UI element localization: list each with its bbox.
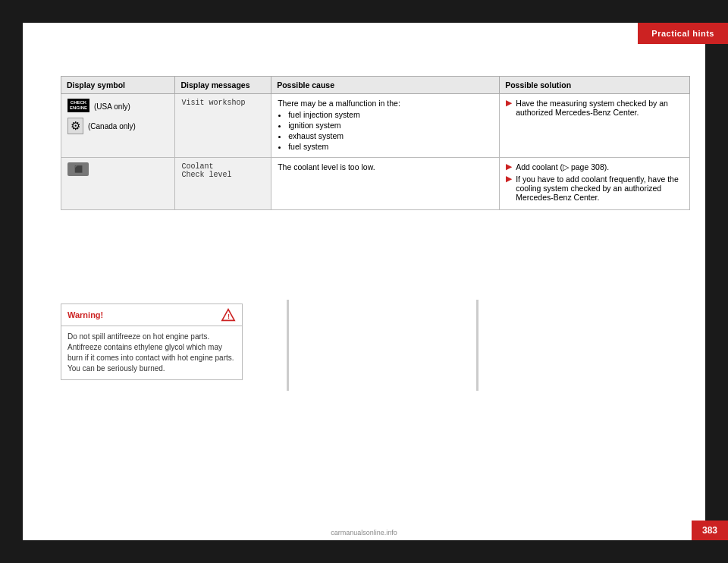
vertical-divider-2	[476, 300, 479, 391]
solution-text-2b: If you have to add coolant frequently, h…	[516, 175, 683, 202]
cause-intro-1: There may be a malfunction in the:	[278, 99, 400, 108]
check-engine-icon: CHECK ENGINE	[67, 99, 89, 112]
warning-body: Do not spill antifreeze on hot engine pa…	[61, 326, 242, 379]
col-header-display-symbol: Display symbol	[61, 77, 175, 94]
arrow-icon: ▶	[506, 162, 512, 171]
solution-point: ▶ Have the measuring system checked by a…	[506, 99, 683, 117]
list-item: fuel system	[288, 142, 493, 151]
solution-point-2a: ▶ Add coolant (▷ page 308).	[506, 162, 683, 171]
warning-triangle-icon: !	[221, 308, 236, 322]
svg-text:!: !	[228, 313, 230, 320]
cause-bullets-1: fuel injection system ignition system ex…	[278, 110, 493, 151]
symbol-cell-1: CHECK ENGINE (USA only) ⚙ (Canada only)	[61, 94, 175, 158]
table-row: ⬛ CoolantCheck level The coolant level i…	[61, 158, 690, 210]
solution-point-2b: ▶ If you have to add coolant frequently,…	[506, 175, 683, 202]
messages-cell-1: Visit workshop	[175, 94, 271, 158]
cause-intro-2: The coolant level is too low.	[278, 162, 375, 171]
content-area: Display symbol Display messages Possible…	[61, 76, 690, 210]
col-header-display-messages: Display messages	[175, 77, 271, 94]
arrow-icon: ▶	[506, 99, 512, 107]
usa-only-label: (USA only)	[94, 102, 130, 111]
cause-cell-2: The coolant level is too low.	[271, 158, 500, 210]
main-table: Display symbol Display messages Possible…	[61, 76, 690, 210]
col-header-possible-cause: Possible cause	[271, 77, 500, 94]
symbol-cell-2: ⬛	[61, 158, 175, 210]
solution-cell-1: ▶ Have the measuring system checked by a…	[500, 94, 690, 158]
cause-cell-1: There may be a malfunction in the: fuel …	[271, 94, 500, 158]
solution-text: Have the measuring system checked by an …	[516, 99, 683, 117]
warning-header: Warning! !	[61, 304, 242, 326]
solution-text-2a: Add coolant (▷ page 308).	[516, 162, 609, 171]
table-row: CHECK ENGINE (USA only) ⚙ (Canada only) …	[61, 94, 690, 158]
canada-only-label: (Canada only)	[88, 122, 136, 131]
practical-hints-tab: Practical hints	[638, 23, 728, 44]
footer-url: carmanualsonline.info	[331, 529, 397, 536]
messages-cell-2: CoolantCheck level	[175, 158, 271, 210]
solution-cell-2: ▶ Add coolant (▷ page 308). ▶ If you hav…	[500, 158, 690, 210]
practical-hints-label: Practical hints	[651, 29, 714, 38]
col-header-possible-solution: Possible solution	[500, 77, 690, 94]
arrow-icon: ▶	[506, 175, 512, 183]
engine-icon-2: ⚙	[67, 118, 83, 134]
list-item: ignition system	[288, 121, 493, 130]
warning-box: Warning! ! Do not spill antifreeze on ho…	[61, 304, 243, 380]
list-item: fuel injection system	[288, 110, 493, 119]
vertical-divider-1	[287, 300, 289, 391]
list-item: exhaust system	[288, 131, 493, 140]
warning-title: Warning!	[67, 310, 103, 319]
page-number: 383	[692, 521, 728, 540]
coolant-level-icon: ⬛	[67, 162, 89, 176]
